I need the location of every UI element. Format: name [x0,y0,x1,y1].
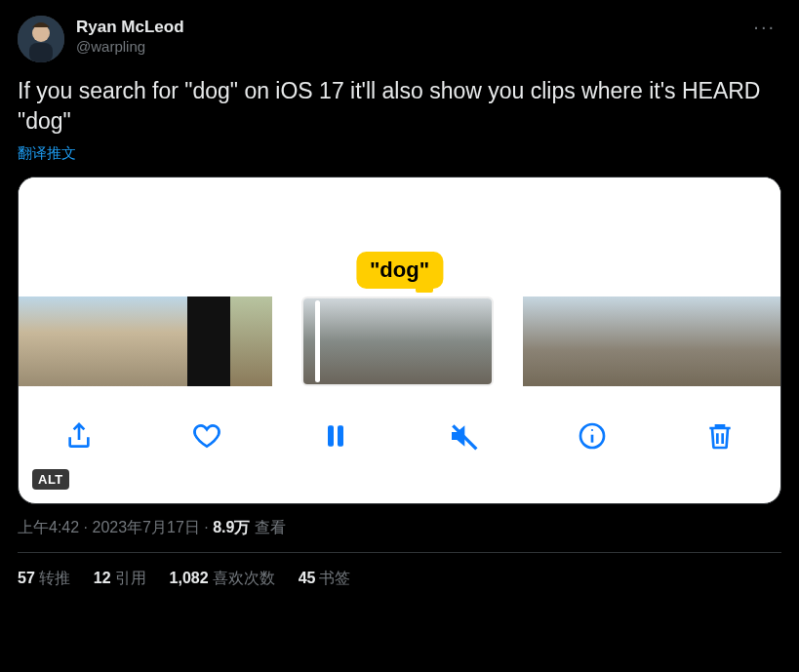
video-scrubber-strip[interactable] [19,296,780,386]
thumbnail [738,296,780,386]
thumbnail [19,296,60,386]
media-card[interactable]: "dog" [18,177,781,504]
clip-group-1 [19,296,272,386]
pause-icon[interactable] [320,420,351,452]
media-whitespace: "dog" [19,178,780,295]
thumbnail [230,296,272,386]
thumbnail [652,296,695,386]
thumbnail [60,296,102,386]
stat-likes[interactable]: 1,082喜欢次数 [170,569,275,589]
thumbnail [103,296,145,386]
info-icon[interactable] [577,420,608,452]
avatar[interactable] [18,16,64,62]
mute-icon[interactable] [448,420,479,452]
stat-retweets[interactable]: 57转推 [18,569,70,589]
thumbnail [187,296,229,386]
svg-rect-3 [328,425,334,446]
thumbnail [523,296,566,386]
tweet-meta[interactable]: 上午4:42 · 2023年7月17日 · 8.9万 查看 [18,518,781,538]
search-token-pill: "dog" [356,252,443,289]
clip-group-2-active [301,296,494,386]
views-label: 查看 [250,519,285,535]
tweet-header: Ryan McLeod @warpling ··· [18,16,781,62]
tweet: Ryan McLeod @warpling ··· If you search … [0,0,799,605]
handle: @warpling [76,37,747,57]
search-token-marker [416,287,433,293]
meta-date: 2023年7月17日 [92,519,199,535]
meta-time: 上午4:42 [18,519,79,535]
views-count: 8.9万 [213,519,250,535]
tweet-text: If you search for "dog" on iOS 17 it'll … [18,76,781,137]
clip-group-3 [523,296,780,386]
thumbnail [566,296,609,386]
stat-bookmarks[interactable]: 45书签 [299,569,351,589]
display-name: Ryan McLeod [76,18,747,37]
author-block[interactable]: Ryan McLeod @warpling [76,16,747,57]
thumbnail [145,296,187,386]
thumbnail [429,298,492,384]
thumbnail [303,298,366,384]
media-toolbar [19,402,780,470]
svg-rect-2 [29,43,53,62]
svg-point-8 [590,429,592,431]
share-icon[interactable] [63,420,95,452]
heart-icon[interactable] [191,420,222,452]
thumbnail [695,296,738,386]
trash-icon[interactable] [704,420,736,452]
svg-rect-4 [338,425,343,446]
thumbnail [366,298,428,384]
tweet-stats: 57转推 12引用 1,082喜欢次数 45书签 [18,553,781,605]
more-button[interactable]: ··· [747,16,781,38]
thumbnail [609,296,652,386]
stat-quotes[interactable]: 12引用 [94,569,146,589]
alt-badge[interactable]: ALT [32,469,69,490]
translate-link[interactable]: 翻译推文 [18,144,76,163]
playhead[interactable] [315,300,320,382]
